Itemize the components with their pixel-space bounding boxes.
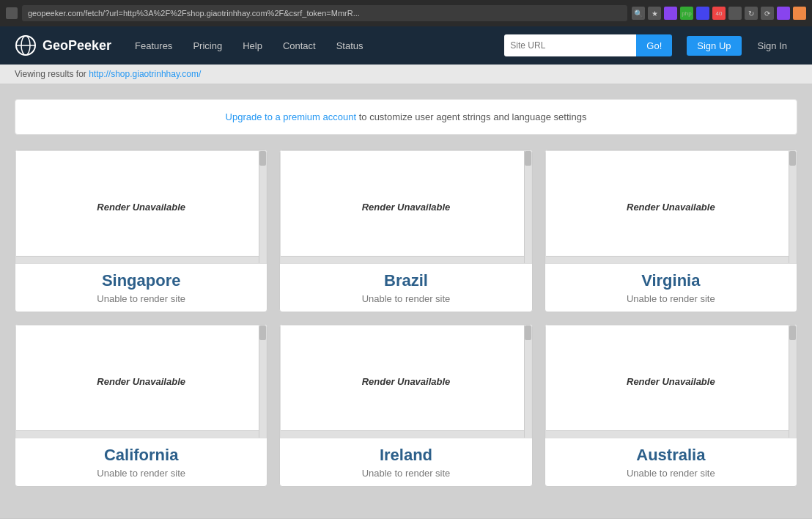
render-unavailable-virginia: Render Unavailable [627,202,715,213]
render-unavailable-ireland: Render Unavailable [362,376,451,387]
navbar: GeoPeeker Features Pricing Help Contact … [0,26,812,65]
ext-icon-2[interactable] [696,7,709,20]
scrollbar-thumb-v-ireland[interactable] [525,325,531,340]
main-content: Upgrade to a premium account to customiz… [0,84,812,518]
scrollbar-v-singapore[interactable] [259,151,266,263]
navbar-links: Features Pricing Help Contact Status [126,36,497,56]
location-name-virginia: Virginia [553,271,789,290]
scrollbar-v-australia[interactable] [789,325,796,438]
scrollbar-thumb-v-singapore[interactable] [259,151,266,166]
scrollbar-h-brazil[interactable] [281,256,523,263]
location-card-california: Render Unavailable California Unable to … [15,324,267,487]
upgrade-banner: Upgrade to a premium account to customiz… [15,99,797,135]
browser-url-bar[interactable]: geopeeker.com/fetch/?url=http%3A%2F%2Fsh… [22,5,627,21]
scrollbar-h-australia[interactable] [546,430,789,438]
bookmark-icon[interactable]: ★ [648,7,661,20]
ext-icon-8[interactable] [793,7,806,20]
scrollbar-thumb-v-california[interactable] [259,325,266,340]
nav-contact[interactable]: Contact [274,36,325,56]
viewing-bar: Viewing results for http://shop.giaotrin… [0,65,812,84]
location-status-virginia: Unable to render site [553,293,789,304]
location-name-ireland: Ireland [287,446,524,465]
scrollbar-v-virginia[interactable] [789,151,796,263]
render-unavailable-california: Render Unavailable [97,376,185,387]
location-status-australia: Unable to render site [553,468,789,479]
scrollbar-thumb-v-brazil[interactable] [525,151,531,166]
render-unavailable-singapore: Render Unavailable [97,202,185,213]
card-info-virginia: Virginia Unable to render site [545,264,797,312]
nav-help[interactable]: Help [234,36,271,56]
location-status-ireland: Unable to render site [287,468,524,479]
results-grid: Render Unavailable Singapore Unable to r… [15,150,797,487]
navbar-brand-name: GeoPeeker [43,38,111,54]
zoom-icon[interactable]: 🔍 [632,7,645,20]
card-info-australia: Australia Unable to render site [545,438,797,486]
render-frame-virginia: Render Unavailable [545,150,797,264]
scrollbar-v-ireland[interactable] [524,325,531,438]
card-info-brazil: Brazil Unable to render site [280,264,531,312]
scrollbar-v-brazil[interactable] [524,151,531,263]
card-info-ireland: Ireland Unable to render site [280,438,531,486]
scrollbar-thumb-v-australia[interactable] [789,325,796,340]
scrollbar-h-singapore[interactable] [16,256,259,263]
card-info-california: California Unable to render site [15,438,267,486]
render-frame-california: Render Unavailable [15,325,267,438]
nav-pricing[interactable]: Pricing [184,36,231,56]
ext-icon-3[interactable]: 40 [712,7,726,20]
render-frame-australia: Render Unavailable [545,325,797,438]
render-frame-ireland: Render Unavailable [280,325,531,438]
render-frame-singapore: Render Unavailable [15,150,267,264]
navbar-auth: Sign Up Sign In [687,36,797,56]
ext-icon-7[interactable] [777,7,790,20]
scrollbar-h-virginia[interactable] [546,256,789,263]
viewing-url[interactable]: http://shop.giaotrinhhay.com/ [89,69,201,79]
scrollbar-h-california[interactable] [16,430,259,438]
navbar-logo-icon [15,34,37,56]
card-info-singapore: Singapore Unable to render site [15,264,267,312]
location-status-california: Unable to render site [23,468,259,479]
nav-status[interactable]: Status [328,36,372,56]
ext-icon-php[interactable]: php [680,7,693,20]
signin-button[interactable]: Sign In [748,36,797,56]
location-name-california: California [23,446,259,465]
go-button[interactable]: Go! [636,34,672,56]
browser-toolbar-icons: 🔍 ★ php 40 ↻ ⟳ [632,7,806,20]
location-status-brazil: Unable to render site [287,293,524,304]
location-card-virginia: Render Unavailable Virginia Unable to re… [545,150,797,312]
location-card-brazil: Render Unavailable Brazil Unable to rend… [279,150,532,312]
nav-features[interactable]: Features [126,36,181,56]
browser-chrome: geopeeker.com/fetch/?url=http%3A%2F%2Fsh… [0,0,812,26]
upgrade-link[interactable]: Upgrade to a premium account [226,111,356,122]
ext-icon-4[interactable] [728,7,742,20]
upgrade-suffix: to customize user agent strings and lang… [356,111,586,122]
tab-favicon [6,7,18,19]
scrollbar-h-ireland[interactable] [281,430,523,438]
location-card-australia: Render Unavailable Australia Unable to r… [545,324,797,487]
signup-button[interactable]: Sign Up [687,36,741,56]
scrollbar-v-california[interactable] [259,325,266,438]
location-status-singapore: Unable to render site [23,293,259,304]
navbar-url-area: Go! [504,34,672,56]
location-card-singapore: Render Unavailable Singapore Unable to r… [15,150,267,312]
render-unavailable-australia: Render Unavailable [627,376,715,387]
render-unavailable-brazil: Render Unavailable [362,202,451,213]
location-name-australia: Australia [553,446,789,465]
render-frame-brazil: Render Unavailable [280,150,531,264]
site-url-input[interactable] [504,34,636,56]
location-card-ireland: Render Unavailable Ireland Unable to ren… [279,324,532,487]
viewing-prefix: Viewing results for [15,69,86,79]
ext-icon-1[interactable] [664,7,677,20]
ext-icon-6[interactable]: ⟳ [761,7,774,20]
navbar-brand[interactable]: GeoPeeker [15,34,111,56]
ext-icon-5[interactable]: ↻ [745,7,758,20]
scrollbar-thumb-v-virginia[interactable] [789,151,796,166]
location-name-brazil: Brazil [287,271,524,290]
location-name-singapore: Singapore [23,271,259,290]
